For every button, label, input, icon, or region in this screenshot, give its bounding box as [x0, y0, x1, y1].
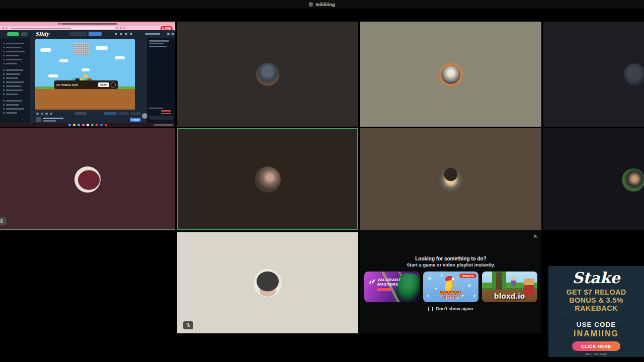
click-here-button[interactable]: CLICK HERE [572, 341, 620, 351]
game-character [84, 74, 88, 78]
taskbar-browser-icon[interactable] [77, 124, 80, 126]
theater-icon[interactable] [41, 113, 43, 115]
stake-headline-line2: BONUS & 3.5% [548, 296, 644, 304]
chat-bottom [149, 108, 173, 120]
taskbar-app-icon[interactable] [105, 124, 107, 126]
participant-tile[interactable] [360, 22, 541, 127]
chat-scroll-button[interactable] [142, 113, 147, 119]
taskbar-start-icon[interactable] [68, 124, 71, 126]
taskbar-app-icon[interactable] [96, 124, 98, 126]
windows-taskbar[interactable] [0, 123, 175, 127]
sidebar-item[interactable] [3, 63, 17, 64]
browser-addressbar[interactable] [0, 26, 175, 30]
ground [35, 89, 135, 110]
site-secondary-button[interactable] [21, 32, 28, 36]
mode-pill[interactable] [131, 112, 141, 115]
sidebar-item[interactable] [3, 104, 19, 106]
stake-headline-line3: RAKEBACK [548, 304, 644, 312]
mic-muted-icon [186, 323, 191, 328]
sidebar-item[interactable] [3, 85, 21, 87]
sidebar-item[interactable] [3, 59, 22, 60]
sidebar-item[interactable] [3, 55, 19, 56]
site-main-area: PUNCH RUN PLAY [30, 38, 147, 123]
sidebar-item[interactable] [3, 108, 24, 110]
mic-muted-badge [183, 321, 193, 329]
game-avatar [36, 117, 41, 122]
url-field[interactable] [9, 27, 115, 29]
fullscreen-icon[interactable] [36, 113, 39, 115]
back-icon [2, 27, 4, 29]
valorant-logo-icon [368, 279, 376, 285]
participant-tile[interactable] [177, 22, 358, 127]
site-join-button[interactable] [89, 32, 102, 36]
chat-value-red [161, 113, 171, 115]
taskbar-app-icon[interactable] [91, 124, 94, 126]
dont-show-checkbox[interactable] [428, 307, 433, 311]
chat-value-red [161, 110, 171, 112]
room-name: miliiliing [315, 2, 335, 7]
game-cards: VALORANT MASTERS ✳ ✦ ✳ ✳ ✦ ✳ ✦ BANANA BO… [364, 272, 537, 302]
update-badge: UPDATE [459, 274, 476, 278]
user-icon[interactable] [120, 33, 122, 35]
sidebar-item[interactable] [3, 100, 22, 102]
sidebar-item[interactable] [3, 69, 23, 71]
mic-muted-badge [0, 217, 7, 225]
avatar [438, 167, 463, 192]
participant-tile[interactable] [360, 128, 541, 230]
card-valorant-masters[interactable]: VALORANT MASTERS [364, 272, 420, 302]
card-title: bloxd.io [482, 292, 537, 300]
participant-tile-speaking[interactable] [177, 128, 358, 230]
sidebar-item[interactable] [3, 81, 24, 83]
bookmark-icon [120, 27, 122, 29]
avatar [74, 166, 101, 193]
sidebar-item[interactable] [3, 51, 25, 52]
site-logo[interactable]: Slidy [35, 31, 49, 37]
card-bloxd-io[interactable]: bloxd.io [482, 272, 537, 302]
bell-icon[interactable] [125, 33, 127, 35]
participant-tile-clipped[interactable] [543, 22, 644, 127]
participant-tile[interactable] [0, 128, 175, 230]
screen-share-tile[interactable]: LIVE Slidy [0, 22, 175, 127]
gear-icon[interactable] [167, 33, 170, 35]
participant-tile-clipped[interactable] [543, 128, 644, 230]
quality-pill[interactable] [74, 112, 87, 115]
taskbar-tray[interactable] [154, 124, 173, 126]
taskbar-app-icon[interactable] [87, 124, 89, 126]
browser-title-blurred [61, 23, 117, 25]
sidebar-item[interactable] [3, 94, 18, 95]
close-panel-icon[interactable] [172, 33, 174, 35]
site-primary-button[interactable] [7, 32, 19, 36]
taskbar-discord-icon[interactable] [100, 124, 103, 126]
participant-tile[interactable] [177, 232, 358, 333]
popup-subtitle: Start a game or video playlist instantly… [360, 262, 541, 267]
sidebar-item[interactable] [3, 43, 24, 44]
card-banana-boom[interactable]: ✳ ✦ ✳ ✳ ✦ ✳ ✦ BANANA BOOM UPDATE [423, 272, 478, 302]
avatar [256, 63, 279, 86]
profile-icon [123, 27, 125, 29]
category-dropdown-blurred[interactable] [145, 33, 160, 35]
sidebar-item[interactable] [3, 73, 20, 75]
avatar [255, 166, 281, 193]
chat-input[interactable] [149, 116, 173, 120]
stake-promo-code: INAMIING [548, 329, 644, 338]
settings-icon[interactable] [45, 113, 48, 115]
taskbar-app-icon[interactable] [82, 124, 85, 126]
site-date-picker[interactable] [69, 32, 87, 36]
taskbar-folder-icon[interactable] [73, 124, 75, 126]
stake-ad-banner[interactable]: Stake GET $7 RELOAD BONUS & 3.5% RAKEBAC… [548, 266, 644, 357]
follow-button[interactable]: Follow [130, 118, 141, 122]
sidebar-item[interactable] [3, 112, 17, 114]
search-icon[interactable] [115, 33, 117, 35]
close-icon[interactable]: × [533, 232, 537, 240]
menu-icon[interactable] [130, 33, 132, 35]
play-button[interactable]: PLAY [98, 82, 109, 87]
game-viewport[interactable]: PUNCH RUN PLAY [35, 39, 135, 110]
sidebar-item[interactable] [3, 77, 18, 79]
mode-pill[interactable] [119, 112, 129, 115]
site-sidebar[interactable] [0, 38, 30, 123]
mode-pill-active[interactable] [104, 112, 117, 115]
sidebar-item[interactable] [3, 89, 23, 91]
sidebar-item[interactable] [3, 47, 21, 48]
volume-icon[interactable] [50, 113, 52, 115]
cloud [96, 46, 108, 50]
